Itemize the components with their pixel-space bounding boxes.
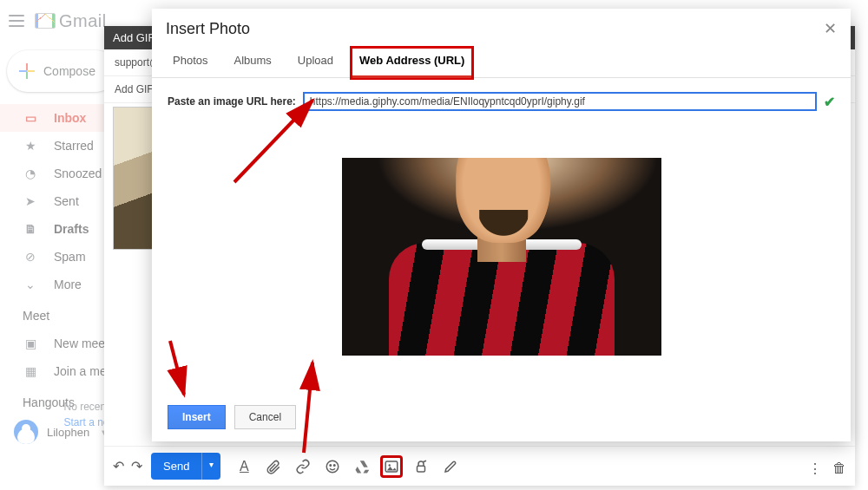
modal-title: Insert Photo [166, 20, 250, 38]
inbox-icon: ▭ [23, 111, 38, 125]
tab-albums[interactable]: Albums [227, 49, 278, 77]
svg-point-2 [334, 464, 336, 466]
emoji-icon[interactable] [321, 455, 344, 478]
gmail-m-icon [35, 13, 56, 29]
send-label[interactable]: Send [151, 453, 201, 480]
svg-point-4 [389, 464, 391, 466]
tab-photos[interactable]: Photos [166, 49, 214, 77]
newmeeting-icon: ▣ [23, 336, 38, 350]
main-menu-icon[interactable] [9, 15, 24, 27]
confidential-icon[interactable] [410, 455, 432, 478]
svg-point-1 [330, 464, 332, 466]
tab-upload[interactable]: Upload [291, 49, 340, 77]
compose-label: Compose [43, 64, 95, 78]
sidebar-label: Spam [54, 250, 86, 264]
sidebar-label: Snoozed [54, 167, 102, 180]
sidebar-label: Starred [54, 139, 94, 153]
snooze-icon: ◔ [23, 167, 38, 180]
plus-icon [19, 63, 35, 79]
sidebar-label: Sent [54, 194, 79, 208]
send-button[interactable]: Send ▾ [151, 453, 220, 480]
url-label: Paste an image URL here: [168, 95, 296, 108]
insert-photo-modal: Insert Photo ✕ Photos Albums Upload Web … [152, 9, 851, 441]
send-more-icon[interactable]: ▾ [201, 453, 220, 480]
tab-url-highlight: Web Address (URL) [350, 46, 474, 80]
svg-rect-5 [418, 466, 425, 472]
more-options-icon[interactable]: ⋮ [808, 461, 822, 477]
format-icon[interactable]: A [233, 455, 255, 478]
sidebar-label: More [54, 278, 82, 291]
compose-button[interactable]: Compose [7, 50, 116, 92]
star-icon: ★ [23, 139, 38, 153]
link-icon[interactable] [292, 455, 314, 478]
spam-icon: ⊘ [23, 250, 38, 264]
image-preview [342, 158, 661, 356]
modal-tabs: Photos Albums Upload Web Address (URL) [152, 38, 851, 78]
close-icon[interactable]: ✕ [824, 19, 837, 38]
gmail-text: Gmail [59, 11, 107, 31]
valid-check-icon: ✔ [824, 94, 835, 110]
compose-toolbar: ↶ ↷ Send ▾ A [104, 446, 855, 486]
redo-icon[interactable]: ↷ [131, 458, 142, 474]
url-input[interactable] [303, 92, 817, 111]
svg-point-0 [327, 461, 339, 473]
tab-web-address[interactable]: Web Address (URL) [352, 49, 471, 78]
draft-icon: 🗎 [23, 222, 38, 236]
undo-icon[interactable]: ↶ [113, 458, 124, 474]
discard-icon[interactable]: 🗑 [832, 461, 846, 477]
drive-icon[interactable] [351, 455, 373, 478]
joinmeeting-icon: ▦ [23, 364, 38, 378]
sidebar-label: Drafts [54, 222, 89, 236]
more-icon: ⌄ [23, 278, 38, 291]
signature-icon[interactable] [439, 455, 462, 478]
sidebar-label: Inbox [54, 111, 86, 125]
gmail-logo[interactable]: Gmail [35, 11, 107, 31]
insert-photo-icon[interactable] [380, 455, 403, 478]
attach-icon[interactable] [262, 455, 285, 478]
insert-button[interactable]: Insert [168, 405, 226, 429]
sent-icon: ➤ [23, 194, 38, 208]
cancel-button[interactable]: Cancel [234, 405, 296, 429]
